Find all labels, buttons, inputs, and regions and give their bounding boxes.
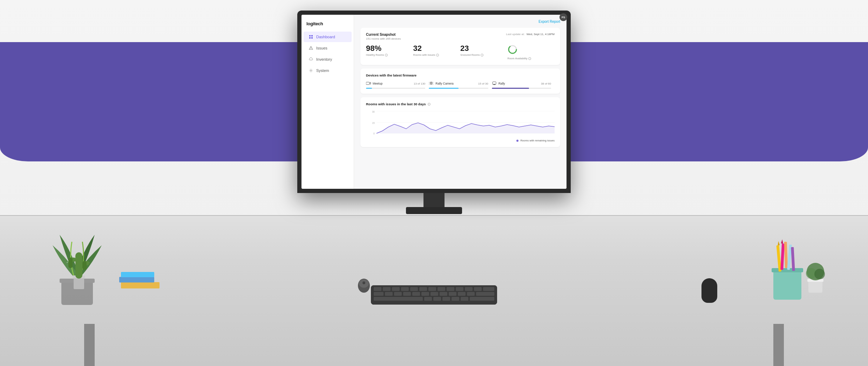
info-icon: i: [481, 54, 483, 56]
svg-rect-35: [447, 287, 454, 291]
metric-healthy-rooms: 98% Healthy Rooms i: [366, 45, 413, 60]
metric-value: 98%: [366, 45, 409, 52]
snapshot-card: Current Snapshot 151 rooms with 265 devi…: [360, 28, 560, 65]
svg-text:15: 15: [372, 122, 375, 124]
app-logo: logitech: [301, 18, 354, 31]
svg-rect-2: [121, 282, 160, 288]
metric-rooms-issues: 32 Rooms with Issues i: [413, 45, 461, 60]
svg-rect-49: [458, 292, 466, 296]
svg-rect-39: [483, 287, 494, 291]
svg-rect-3: [119, 277, 154, 282]
firmware-count: 15 of 30: [478, 82, 488, 85]
chart-legend: Rooms with remaining issues: [366, 139, 555, 142]
legend-label: Rooms with remaining issues: [520, 139, 555, 142]
firmware-bar-bg: [492, 88, 551, 89]
export-report-button[interactable]: Export Report: [538, 20, 560, 24]
rally-camera-icon: [429, 81, 434, 86]
sidebar-item-label: Inventory: [316, 57, 332, 61]
metric-label: Snoozed Rooms i: [460, 53, 503, 56]
metric-label: Healthy Rooms i: [366, 53, 409, 56]
svg-rect-33: [428, 287, 436, 291]
monitor-screen: logitech Dashboard: [301, 15, 567, 189]
svg-point-25: [814, 269, 825, 279]
snapshot-title: Current Snapshot: [366, 33, 401, 36]
monitor-stand-base: [406, 207, 462, 214]
svg-rect-50: [467, 292, 475, 296]
svg-rect-38: [474, 287, 482, 291]
firmware-device-row: Rally Camera 15 of 30: [429, 81, 488, 86]
svg-rect-40: [374, 292, 384, 296]
sidebar-item-system[interactable]: System: [304, 65, 352, 76]
monitor: logitech Dashboard: [297, 11, 571, 214]
info-icon: i: [528, 57, 531, 60]
chart-title: Rooms with issues in the last 30 days i: [366, 102, 555, 106]
svg-rect-62: [311, 37, 313, 39]
sidebar-item-label: Dashboard: [316, 35, 335, 39]
svg-text:30: 30: [372, 111, 375, 113]
legend-dot: [516, 140, 518, 142]
svg-rect-30: [401, 287, 409, 291]
chart-area: 30 15 0: [366, 109, 555, 138]
firmware-count: 38 of 60: [541, 82, 551, 85]
svg-rect-47: [440, 292, 447, 296]
svg-rect-59: [309, 35, 311, 36]
svg-rect-31: [410, 287, 418, 291]
user-avatar-container[interactable]: FS: [560, 15, 567, 21]
cactus-plant: [65, 245, 93, 292]
svg-rect-51: [476, 292, 494, 296]
firmware-meetup: Meetup 13 of 130: [366, 81, 429, 89]
svg-rect-52: [374, 297, 423, 301]
firmware-rally: Rally 38 of 60: [492, 81, 555, 89]
svg-rect-32: [419, 287, 427, 291]
firmware-device-name: Meetup: [366, 81, 382, 86]
svg-rect-57: [461, 297, 468, 301]
snapshot-header: Current Snapshot 151 rooms with 265 devi…: [366, 33, 555, 40]
firmware-count: 13 of 130: [414, 82, 425, 85]
chart-svg: 30 15 0: [366, 109, 555, 136]
svg-rect-72: [493, 82, 496, 84]
rally-icon: [492, 81, 497, 86]
last-update: Last update at: Wed, Sept 11, 4:18PM: [506, 33, 555, 36]
svg-point-69: [430, 82, 433, 85]
svg-rect-15: [780, 244, 785, 270]
snapshot-subtitle: 151 rooms with 265 devices: [366, 37, 401, 40]
firmware-title: Devices with the latest firmware: [366, 73, 555, 77]
firmware-rally-camera: Rally Camera 15 of 30: [429, 81, 491, 89]
monitor-stand-neck: [423, 193, 445, 207]
main-header: Export Report: [360, 20, 560, 24]
availability-circle: [508, 45, 517, 54]
svg-rect-11: [82, 261, 87, 270]
monitor-frame: logitech Dashboard: [297, 11, 571, 193]
sidebar: logitech Dashboard: [301, 15, 354, 189]
sidebar-item-dashboard[interactable]: Dashboard: [304, 32, 352, 42]
svg-rect-41: [385, 292, 393, 296]
firmware-bar-fill: [429, 88, 459, 89]
firmware-bar-fill-rally: [492, 88, 529, 89]
meetup-icon: [366, 81, 371, 86]
svg-rect-21: [808, 280, 822, 293]
info-icon: i: [436, 54, 439, 56]
svg-rect-5: [74, 277, 84, 289]
info-icon: i: [385, 54, 388, 56]
sidebar-item-label: Issues: [316, 46, 327, 50]
svg-marker-20: [781, 239, 784, 244]
app-container: logitech Dashboard: [301, 15, 567, 189]
sidebar-item-label: System: [316, 68, 329, 73]
svg-rect-28: [383, 287, 391, 291]
metric-value: 32: [413, 45, 456, 52]
svg-rect-42: [394, 292, 402, 296]
sidebar-item-issues[interactable]: Issues: [304, 43, 352, 53]
svg-rect-53: [424, 297, 432, 301]
grid-icon: [308, 34, 313, 39]
svg-point-83: [362, 281, 365, 284]
svg-rect-44: [412, 292, 420, 296]
keyboard: [371, 285, 497, 305]
metric-value: 23: [460, 45, 503, 52]
chart-info-icon: i: [428, 103, 430, 106]
firmware-bar-fill: [366, 88, 372, 89]
user-avatar[interactable]: FS: [560, 15, 567, 21]
main-content: Export Report Current Snapshot 151: [354, 15, 567, 189]
svg-rect-46: [430, 292, 438, 296]
svg-rect-9: [68, 258, 73, 268]
sidebar-item-inventory[interactable]: Inventory: [304, 54, 352, 65]
